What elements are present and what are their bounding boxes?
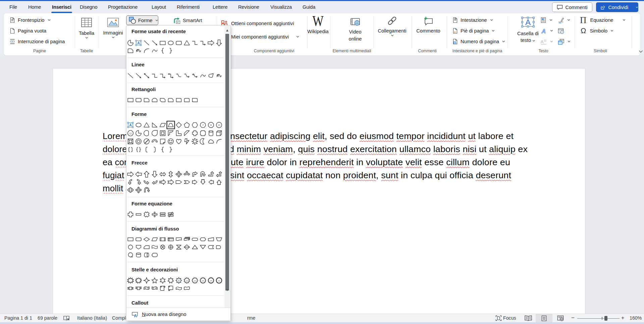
svg-text:8: 8 [210,124,212,127]
svg-text:#: # [454,42,455,44]
svg-text:A: A [129,123,132,127]
svg-text:12: 12 [194,280,196,282]
svg-text:8: 8 [178,279,179,282]
svg-text:10: 10 [186,280,188,282]
svg-text:A: A [541,28,546,34]
svg-text:32: 32 [218,280,220,282]
svg-text:A: A [525,18,531,27]
svg-text:12: 12 [129,132,132,135]
svg-text:16: 16 [202,280,204,282]
svg-text:A: A [541,39,544,44]
svg-text:7: 7 [202,124,204,127]
svg-text:W: W [313,16,324,26]
svg-text:A: A [134,313,137,318]
svg-text:10: 10 [218,124,220,126]
svg-text:24: 24 [210,280,212,282]
svg-text:A: A [137,41,140,45]
